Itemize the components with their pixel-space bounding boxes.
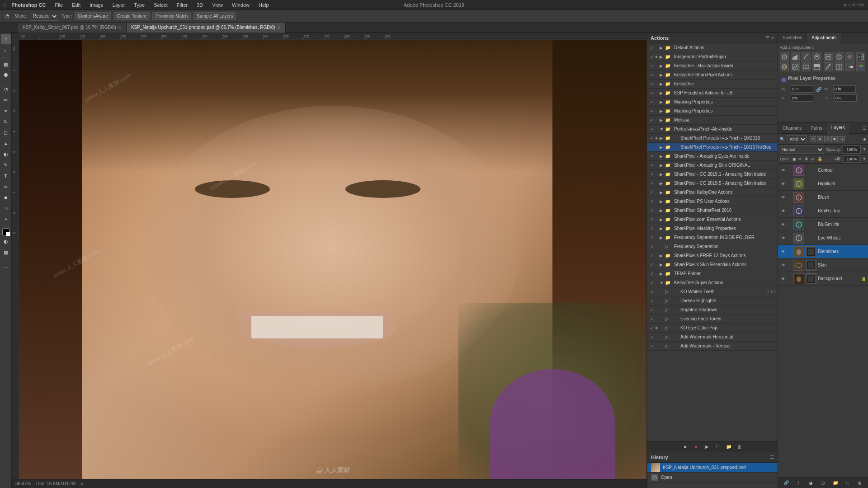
x-input[interactable] (791, 94, 813, 102)
tool-history-brush[interactable]: ↻ (1, 117, 11, 127)
filter-type-btn[interactable]: T (824, 136, 830, 142)
action-expand-24[interactable]: ▶ (660, 253, 665, 258)
action-row-9[interactable]: ✓▶📁Melissa (647, 116, 778, 125)
proximity-match-btn[interactable]: Proximity Match (152, 12, 191, 20)
adjustments-tab[interactable]: Adjustments (807, 33, 841, 43)
swatches-tab[interactable]: Swatches (778, 33, 807, 43)
menu-image[interactable]: Image (86, 1, 107, 9)
menu-layer[interactable]: Layer (109, 1, 129, 9)
action-check-10[interactable]: ✓ (649, 127, 655, 131)
action-row-19[interactable]: ✓▶📁SharkPixel ShutterFest 2016 (647, 206, 778, 215)
action-expand-1[interactable]: ▶ (660, 46, 665, 50)
opacity-arrow[interactable]: ▼ (863, 147, 866, 151)
filter-toggle[interactable]: ● (863, 136, 866, 142)
action-row-27[interactable]: ✓▼📁KelbyOne Super Actions (647, 278, 778, 287)
action-check-9[interactable]: ✓ (649, 118, 655, 122)
fill-input[interactable] (844, 155, 860, 163)
action-expand-2[interactable]: ▶ (660, 55, 665, 59)
action-row-15[interactable]: ✓▶📁SharkPixel - CC 2019.1 - Amazing Skin… (647, 170, 778, 179)
action-check-27[interactable]: ✓ (649, 281, 655, 285)
new-group-btn[interactable]: 📁 (832, 479, 839, 487)
layer-row-7[interactable]: 👁Blemishes (778, 245, 868, 258)
tool-text[interactable]: T (1, 171, 11, 181)
action-row-31[interactable]: ✓▷Evening Face Tones (647, 314, 778, 324)
action-row-26[interactable]: ✓▶📁TEMP Folder (647, 269, 778, 278)
action-check-8[interactable]: ✓ (649, 109, 655, 113)
action-expand-21[interactable]: ▶ (660, 226, 665, 231)
tool-selection[interactable]: □ (1, 45, 11, 55)
tool-screen-mode[interactable]: ▩ (1, 247, 11, 257)
menu-file[interactable]: File (52, 1, 67, 9)
filter-pixel-btn[interactable]: P (810, 136, 816, 142)
layer-row-2[interactable]: 👁Highlight (778, 177, 868, 191)
action-check-3[interactable]: ✓ (649, 64, 655, 68)
action-expand-22[interactable]: ▶ (660, 235, 665, 240)
layer-row-5[interactable]: 👁BluGrn Iris (778, 218, 868, 231)
action-expand-7[interactable]: ▶ (660, 100, 665, 104)
history-menu-icon[interactable]: ☰ (770, 455, 774, 460)
action-check-19[interactable]: ✓ (649, 208, 655, 213)
adj-posterize[interactable] (824, 62, 833, 71)
action-row-20[interactable]: ✓▶📁SharkPixel.com Essential Actions (647, 215, 778, 224)
action-row-28[interactable]: ✓▷KO Whiten Teeth⊙ F2 (647, 287, 778, 296)
action-row-1[interactable]: ✓▶📁Default Actions (647, 43, 778, 52)
action-row-34[interactable]: ✓▷Add Watermark - Vertical (647, 342, 778, 351)
layer-row-6[interactable]: 👁Eye Whites (778, 231, 868, 245)
action-check-7[interactable]: ✓ (649, 100, 655, 104)
action-expand-11[interactable]: ▶ (660, 136, 665, 141)
adj-invert[interactable] (812, 62, 821, 71)
tool-move[interactable]: ⇧ (1, 34, 11, 44)
action-check-15[interactable]: ✓ (649, 172, 655, 177)
layer-eye-9[interactable]: 👁 (780, 277, 786, 281)
menu-3d[interactable]: 3D (193, 1, 207, 9)
layer-eye-2[interactable]: 👁 (780, 182, 786, 186)
action-check-24[interactable]: ✓ (649, 253, 655, 258)
action-check-34[interactable]: ✓ (649, 344, 655, 348)
adj-huesat[interactable] (835, 52, 844, 61)
adj-selective-color[interactable] (856, 62, 865, 71)
action-expand-25[interactable]: ▶ (660, 263, 665, 267)
action-row-18[interactable]: ✓▶📁SharkPixel PS User Actions (647, 197, 778, 206)
action-check-5[interactable]: ✓ (649, 82, 655, 86)
actions-expand-icon[interactable]: ≡ (771, 35, 774, 40)
layer-eye-8[interactable]: 👁 (780, 263, 786, 267)
tool-eyedropper[interactable]: ⚈ (1, 70, 11, 80)
layer-eye-5[interactable]: 👁 (780, 222, 786, 227)
action-row-4[interactable]: ✓▶📁KelbyOne SharkPixel Actions (647, 70, 778, 80)
tool-brush[interactable]: ✏ (1, 95, 11, 105)
adj-brightness[interactable] (780, 52, 789, 61)
history-row-1[interactable]: KSP_Natalja Upchurch_031-prepped.psd (647, 463, 778, 473)
canvas[interactable]: www.人人素材.com www.人人素材.com www.人人素材.com w… (19, 40, 646, 479)
tool-gradient[interactable]: ▴ (1, 138, 11, 148)
delete-action-btn[interactable]: 🗑 (736, 443, 743, 450)
layers-menu-icon[interactable]: ☰ (863, 126, 866, 131)
lock-artboard-icon[interactable]: ⊘ (811, 157, 815, 161)
action-check-22[interactable]: ✓ (649, 235, 655, 240)
layer-row-1[interactable]: 👁Contour (778, 164, 868, 177)
tool-icon-heal[interactable]: ◔ (3, 12, 12, 21)
actions-list[interactable]: ✓▶📁Default Actions✓◆▶📁ImagenomicPortrait… (647, 43, 778, 441)
add-layer-style-btn[interactable]: ƒ (795, 479, 802, 487)
adj-threshold[interactable] (835, 62, 844, 71)
new-layer-btn[interactable]: □ (844, 479, 851, 487)
tab-2[interactable]: KSP_Natalja Upchurch_031-prepped.psd @ 6… (127, 23, 286, 33)
layer-row-9[interactable]: 👁Background🔒 (778, 272, 868, 286)
adj-exposure[interactable] (812, 52, 821, 61)
tool-shape[interactable]: ■ (1, 192, 11, 202)
layers-tab[interactable]: Layers (827, 123, 849, 134)
action-row-16[interactable]: ✓▶📁SharkPixel - CC 2019.5 - Amazing Skin… (647, 179, 778, 188)
action-expand-16[interactable]: ▶ (660, 181, 665, 186)
menu-filter[interactable]: Filter (173, 1, 191, 9)
action-check-30[interactable]: ✓ (649, 308, 655, 312)
channels-tab[interactable]: Channels (778, 123, 806, 134)
menu-help[interactable]: Help (255, 1, 273, 9)
filter-adj-btn[interactable]: A (817, 136, 823, 142)
new-set-btn[interactable]: 📁 (725, 443, 732, 450)
fill-arrow[interactable]: ▼ (863, 157, 866, 161)
menu-select[interactable]: Select (150, 1, 171, 9)
action-check-1[interactable]: ✓ (649, 46, 655, 50)
tool-foreground-color[interactable] (2, 228, 9, 235)
actions-menu-icon[interactable]: ☰ (765, 35, 769, 40)
history-row-2[interactable]: Open (647, 473, 778, 483)
action-expand-27[interactable]: ▼ (660, 281, 665, 285)
